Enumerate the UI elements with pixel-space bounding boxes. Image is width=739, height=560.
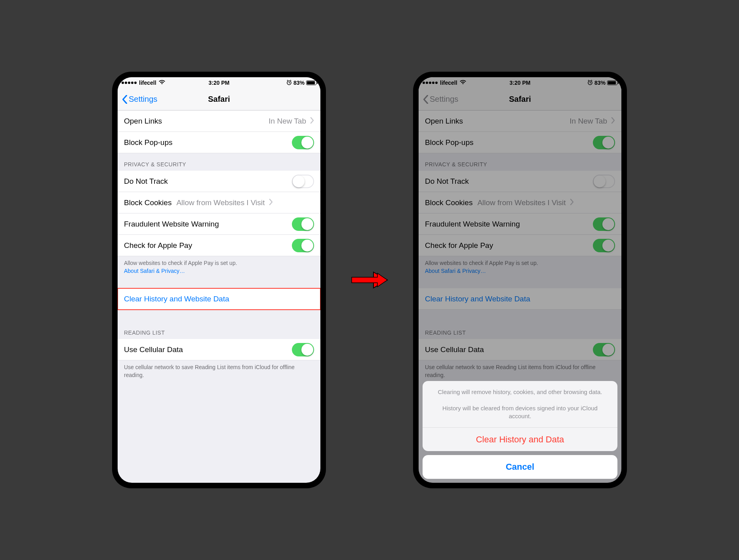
screen-left: lifecell 3:20 PM 83% Settings Safari <box>118 77 320 483</box>
clear-history-label: Clear History and Website Data <box>124 295 229 303</box>
clock-label: 3:20 PM <box>118 80 320 86</box>
sheet-cancel-label: Cancel <box>506 462 534 472</box>
sheet-clear-button[interactable]: Clear History and Data <box>423 427 617 451</box>
block-cookies-label: Block Cookies <box>124 198 171 207</box>
group-header-privacy: PRIVACY & SECURITY <box>118 153 320 171</box>
about-safari-link[interactable]: About Safari & Privacy… <box>124 268 185 274</box>
cell-apple-pay[interactable]: Check for Apple Pay <box>118 235 320 256</box>
cell-fraud-warning[interactable]: Fraudulent Website Warning <box>118 213 320 235</box>
battery-icon <box>306 80 316 85</box>
toggle-dnt[interactable] <box>292 175 314 188</box>
block-cookies-value: Allow from Websites I Visit <box>176 198 266 207</box>
open-links-value: In New Tab <box>269 117 308 126</box>
sheet-cancel-button[interactable]: Cancel <box>423 455 617 479</box>
privacy-footer: Allow websites to check if Apple Pay is … <box>118 256 320 276</box>
sheet-clear-label: Clear History and Data <box>476 434 564 445</box>
sheet-group: Clearing will remove history, cookies, a… <box>423 381 617 451</box>
fraud-label: Fraudulent Website Warning <box>124 220 219 229</box>
block-popups-label: Block Pop-ups <box>124 138 173 147</box>
toggle-block-popups[interactable] <box>292 136 314 149</box>
chevron-right-icon <box>269 198 273 207</box>
toggle-cellular[interactable] <box>292 343 314 356</box>
apple-pay-label: Check for Apple Pay <box>124 241 192 250</box>
sheet-msg-line2: History will be cleared from devices sig… <box>442 405 598 419</box>
toggle-apple-pay[interactable] <box>292 239 314 252</box>
action-sheet: Clearing will remove history, cookies, a… <box>423 381 617 479</box>
cell-block-popups[interactable]: Block Pop-ups <box>118 132 320 153</box>
dnt-label: Do Not Track <box>124 177 168 186</box>
open-links-label: Open Links <box>124 117 162 126</box>
screen-right: lifecell 3:20 PM 83% Settings Safari <box>419 77 621 483</box>
cellular-label: Use Cellular Data <box>124 345 183 354</box>
status-bar: lifecell 3:20 PM 83% <box>118 77 320 88</box>
cell-use-cellular[interactable]: Use Cellular Data <box>118 339 320 360</box>
sheet-msg-line1: Clearing will remove history, cookies, a… <box>438 389 602 395</box>
group-header-reading: READING LIST <box>118 322 320 339</box>
phone-right: lifecell 3:20 PM 83% Settings Safari <box>413 72 627 488</box>
reading-footer: Use cellular network to save Reading Lis… <box>118 360 320 381</box>
phone-left: lifecell 3:20 PM 83% Settings Safari <box>112 72 326 488</box>
sheet-message: Clearing will remove history, cookies, a… <box>423 381 617 427</box>
cell-block-cookies[interactable]: Block Cookies Allow from Websites I Visi… <box>118 192 320 213</box>
page-title: Safari <box>118 95 320 104</box>
arrow-icon <box>350 270 389 290</box>
cell-dnt[interactable]: Do Not Track <box>118 171 320 192</box>
cell-clear-history[interactable]: Clear History and Website Data <box>118 288 320 310</box>
toggle-fraud[interactable] <box>292 217 314 231</box>
privacy-footer-text: Allow websites to check if Apple Pay is … <box>124 260 237 266</box>
nav-bar: Settings Safari <box>118 88 320 110</box>
cell-open-links[interactable]: Open Links In New Tab <box>118 110 320 132</box>
chevron-right-icon <box>310 117 314 126</box>
